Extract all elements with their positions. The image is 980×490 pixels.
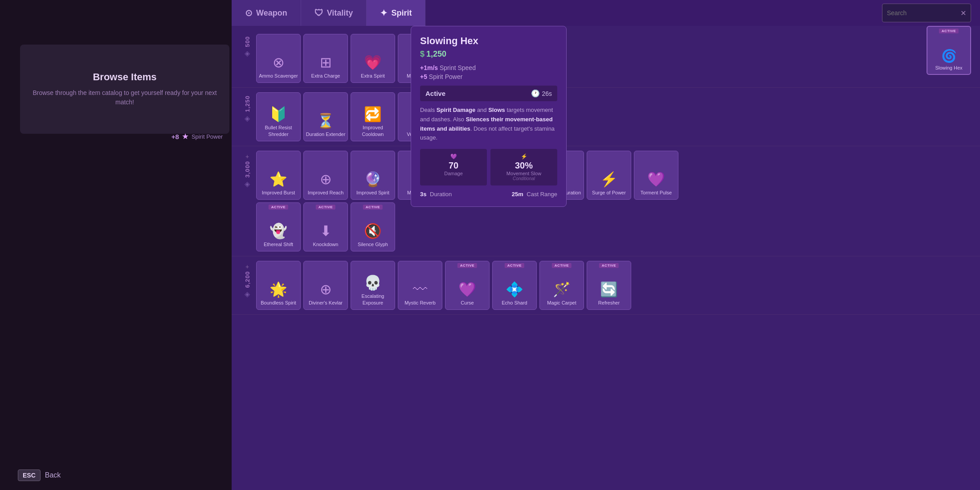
item-curse[interactable]: ACTIVE 💜 Curse: [445, 261, 490, 310]
echo-shard-icon: 💠: [506, 281, 523, 298]
extra-charge-icon: ⊞: [320, 54, 332, 71]
improved-spirit-icon: 🔮: [364, 171, 382, 188]
tier-6200-section: + 6,200 ◈ 🌟 Boundless Spirit ⊕ Diviner's…: [232, 256, 980, 315]
stat-1-label: Spirit Power: [429, 73, 462, 80]
range-label: Cast Range: [527, 191, 557, 198]
range-value: 25m: [512, 191, 523, 198]
mystic-reverb-icon: 〰: [413, 281, 427, 298]
item-surge-of-power[interactable]: ⚡ Surge of Power: [587, 151, 631, 200]
tier-1250-coin: ◈: [245, 114, 250, 123]
magic-carpet-name: Magic Carpet: [545, 300, 578, 306]
item-mystic-reverb[interactable]: 〰 Mystic Reverb: [398, 261, 442, 310]
refresher-name: Refresher: [596, 300, 621, 306]
item-improved-reach[interactable]: ⊕ Improved Reach: [303, 151, 348, 200]
torment-pulse-name: Torment Pulse: [639, 189, 674, 196]
tier-1250-price: 1,250: [244, 95, 251, 112]
tier-500-section: 500 ◈ ⊗ Ammo Scavenger ⊞ Extra Charge 💗 …: [232, 29, 980, 88]
tooltip-stats: +1m/s Sprint Speed +5 Spirit Power: [420, 64, 557, 80]
ethereal-shift-active: ACTIVE: [269, 205, 288, 210]
slow-icon: ⚡: [495, 153, 553, 160]
spirit-power-bonus: +8 ★ Spirit Power: [172, 132, 223, 141]
active-label: Active: [425, 90, 445, 97]
extra-spirit-icon: 💗: [364, 54, 382, 71]
mystic-reverb-name: Mystic Reverb: [403, 300, 437, 306]
main-content: ⊙ Weapon 🛡 Vitality ✦ Spirit ✕ Slowing H…: [232, 0, 980, 490]
item-ammo-scavenger[interactable]: ⊗ Ammo Scavenger: [256, 34, 301, 83]
tooltip-footer: 3s Duration 25m Cast Range: [420, 191, 557, 198]
item-escalating-exposure[interactable]: 💀 Escalating Exposure: [351, 261, 395, 310]
item-boundless-spirit[interactable]: 🌟 Boundless Spirit: [256, 261, 301, 310]
slow-label: Movement Slow: [495, 171, 553, 176]
duration-extender-name: Duration Extender: [304, 131, 347, 137]
improved-reach-name: Improved Reach: [306, 189, 346, 196]
magic-carpet-active: ACTIVE: [552, 263, 572, 268]
esc-key[interactable]: ESC: [18, 469, 41, 481]
item-magic-carpet[interactable]: ACTIVE 🪄 Magic Carpet: [539, 261, 584, 310]
item-improved-burst[interactable]: ⭐ Improved Burst: [256, 151, 301, 200]
item-silence-glyph[interactable]: ACTIVE 🔇 Silence Glyph: [351, 202, 395, 251]
item-bullet-resist-shredder[interactable]: 🔰 Bullet Resist Shredder: [256, 92, 301, 141]
item-improved-spirit[interactable]: 🔮 Improved Spirit: [351, 151, 395, 200]
tooltip-description: Deals Spirit Damage and Slows targets mo…: [420, 106, 557, 143]
stat-box-slow: ⚡ 30% Movement Slow Conditional: [490, 149, 557, 185]
items-area: 500 ◈ ⊗ Ammo Scavenger ⊞ Extra Charge 💗 …: [232, 26, 980, 490]
ammo-scavenger-icon: ⊗: [273, 54, 285, 71]
tooltip-price-value: 1,250: [426, 49, 446, 59]
curse-name: Curse: [459, 300, 475, 306]
back-label[interactable]: Back: [45, 471, 61, 479]
knockdown-active: ACTIVE: [316, 205, 335, 210]
item-knockdown[interactable]: ACTIVE ⬇ Knockdown: [303, 202, 348, 251]
browse-items-panel: Browse Items Browse through the item cat…: [20, 45, 229, 134]
item-torment-pulse[interactable]: 💜 Torment Pulse: [634, 151, 678, 200]
spirit-bonus-label: Spirit Power: [192, 133, 223, 140]
item-echo-shard[interactable]: ACTIVE 💠 Echo Shard: [492, 261, 537, 310]
extra-charge-name: Extra Charge: [310, 73, 342, 79]
stat-sprint-speed: +1m/s Sprint Speed: [420, 64, 557, 71]
tab-vitality[interactable]: 🛡 Vitality: [301, 0, 367, 26]
tier-1250-label: 1,250 ◈: [238, 92, 256, 123]
tier-6200-label: + 6,200 ◈: [238, 261, 256, 298]
slow-sub: Conditional: [495, 176, 553, 181]
item-duration-extender[interactable]: ⏳ Duration Extender: [303, 92, 348, 141]
tier-6200-plus: +: [245, 263, 249, 270]
close-icon[interactable]: ✕: [960, 9, 966, 17]
damage-label: Damage: [425, 171, 482, 176]
bullet-resist-icon: 🔰: [270, 106, 287, 123]
cooldown-value: 26s: [542, 90, 552, 97]
duration-extender-icon: ⏳: [317, 112, 335, 129]
spirit-icon: ✦: [380, 8, 388, 18]
tier-500-coin: ◈: [245, 49, 250, 58]
tooltip-price: $ 1,250: [420, 49, 557, 59]
stat-spirit-power: +5 Spirit Power: [420, 73, 557, 80]
footer-duration: 3s Duration: [420, 191, 452, 198]
tab-weapon[interactable]: ⊙ Weapon: [232, 0, 301, 26]
refresher-icon: 🔄: [600, 281, 618, 298]
surge-of-power-name: Surge of Power: [590, 189, 628, 196]
magic-carpet-icon: 🪄: [553, 281, 571, 298]
diviners-kevlar-name: Diviner's Kevlar: [307, 300, 344, 306]
vitality-icon: 🛡: [314, 8, 323, 18]
cooldown-display: 🕐 26s: [531, 89, 552, 98]
damage-value: 70: [425, 161, 482, 171]
tier-3000-row2: ACTIVE 👻 Ethereal Shift ACTIVE ⬇ Knockdo…: [256, 202, 678, 251]
item-improved-cooldown[interactable]: 🔁 Improved Cooldown: [351, 92, 395, 141]
tab-spirit[interactable]: ✦ Spirit: [367, 0, 425, 26]
tab-vitality-label: Vitality: [327, 8, 353, 18]
item-refresher[interactable]: ACTIVE 🔄 Refresher: [587, 261, 631, 310]
item-diviners-kevlar[interactable]: ⊕ Diviner's Kevlar: [303, 261, 348, 310]
surge-of-power-icon: ⚡: [600, 171, 618, 188]
duration-value: 3s: [420, 191, 426, 198]
item-ethereal-shift[interactable]: ACTIVE 👻 Ethereal Shift: [256, 202, 301, 251]
search-input[interactable]: [887, 9, 957, 16]
extra-spirit-name: Extra Spirit: [359, 73, 387, 79]
silence-glyph-icon: 🔇: [364, 222, 382, 239]
escalating-exposure-name: Escalating Exposure: [351, 293, 395, 306]
tier-6200-price: 6,200: [244, 271, 251, 288]
item-extra-charge[interactable]: ⊞ Extra Charge: [303, 34, 348, 83]
star-icon: ★: [182, 132, 189, 141]
bullet-resist-name: Bullet Resist Shredder: [257, 124, 300, 137]
esc-bar: ESC Back: [18, 469, 61, 481]
item-extra-spirit[interactable]: 💗 Extra Spirit: [351, 34, 395, 83]
diviners-kevlar-icon: ⊕: [320, 281, 332, 298]
search-bar[interactable]: ✕: [882, 4, 971, 22]
